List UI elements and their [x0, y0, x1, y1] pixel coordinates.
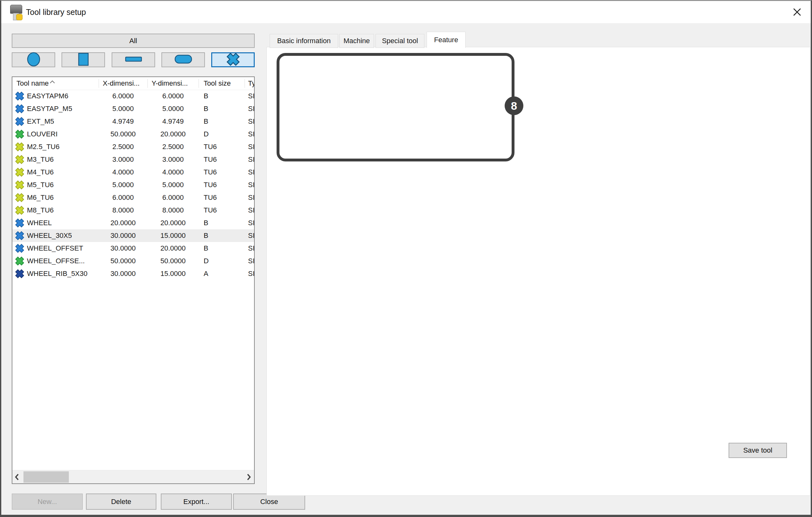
- cell-tool-size: B: [204, 242, 208, 255]
- cell-type: SI: [248, 115, 255, 128]
- filter-button-oval[interactable]: [162, 52, 205, 67]
- tool-x-icon: [15, 269, 24, 279]
- sort-ascending-icon: [49, 77, 56, 86]
- cell-tool-size: TU6: [204, 141, 217, 153]
- tool-x-icon: [15, 205, 24, 215]
- cell-y-dimension: 15.0000: [147, 267, 199, 280]
- cell-type: SI: [248, 141, 255, 153]
- column-header-2[interactable]: Y-dimensi...: [152, 77, 188, 90]
- table-row[interactable]: M5_TU65.00005.0000TU6SI: [12, 178, 254, 191]
- cell-tool-name: M2.5_TU6: [27, 141, 60, 153]
- tab-basic-information[interactable]: Basic information: [270, 34, 338, 48]
- table-row[interactable]: LOUVERI50.000020.0000DSI: [12, 128, 254, 141]
- x-icon: [226, 52, 240, 67]
- cell-x-dimension: 30.0000: [99, 229, 147, 242]
- circle-icon: [27, 52, 40, 68]
- close-button[interactable]: Close: [233, 493, 305, 510]
- table-row[interactable]: M2.5_TU62.50002.5000TU6SI: [12, 141, 254, 153]
- cell-x-dimension: 6.0000: [99, 191, 147, 204]
- table-row[interactable]: WHEEL_30X530.000015.0000BSI: [12, 229, 254, 242]
- scroll-left-button[interactable]: [12, 470, 22, 483]
- cell-x-dimension: 2.5000: [99, 141, 147, 153]
- cell-y-dimension: 20.0000: [147, 242, 199, 255]
- tool-library-icon: [9, 5, 23, 20]
- tool-x-icon: [15, 256, 24, 266]
- table-row[interactable]: EASYTAPM66.00006.0000BSI: [12, 90, 254, 103]
- table-row[interactable]: M8_TU68.00008.0000TU6SI: [12, 204, 254, 217]
- delete-button[interactable]: Delete: [86, 493, 156, 510]
- cell-tool-name: M4_TU6: [27, 166, 54, 178]
- table-row[interactable]: M4_TU64.00004.0000TU6SI: [12, 166, 254, 178]
- cell-y-dimension: 4.0000: [147, 166, 199, 178]
- cell-tool-name: EXT_M5: [27, 115, 54, 128]
- tab-machine[interactable]: Machine: [339, 34, 374, 48]
- table-row[interactable]: WHEEL_OFFSE...50.000050.0000DSI: [12, 255, 254, 267]
- cell-type: SI: [248, 217, 255, 229]
- cell-x-dimension: 50.0000: [99, 255, 147, 267]
- cell-y-dimension: 4.9749: [147, 115, 199, 128]
- cell-tool-name: WHEEL_OFFSET: [27, 242, 83, 255]
- tab-feature[interactable]: Feature: [427, 32, 466, 48]
- cell-x-dimension: 30.0000: [99, 267, 147, 280]
- tool-list[interactable]: Tool nameX-dimensi...Y-dimensi...Tool si…: [12, 77, 255, 484]
- cell-y-dimension: 6.0000: [147, 90, 199, 103]
- tool-x-icon: [15, 142, 24, 152]
- cell-tool-name: WHEEL_RIB_5X30: [27, 267, 88, 280]
- close-button[interactable]: [787, 3, 807, 21]
- tool-x-icon: [15, 104, 24, 114]
- cell-tool-name: M3_TU6: [27, 153, 54, 166]
- table-row[interactable]: EASYTAP_M55.00005.0000BSI: [12, 103, 254, 115]
- cell-tool-size: B: [204, 217, 208, 229]
- scrollbar-thumb[interactable]: [24, 471, 69, 483]
- tool-x-icon: [15, 117, 24, 126]
- table-row[interactable]: WHEEL20.000020.0000BSI: [12, 217, 254, 229]
- cell-tool-size: TU6: [204, 178, 217, 191]
- column-header-3[interactable]: Tool size: [204, 77, 231, 90]
- cell-tool-name: EASYTAPM6: [27, 90, 68, 103]
- cell-tool-size: B: [204, 103, 208, 115]
- title-bar: Tool library setup: [1, 1, 811, 23]
- horizontal-scrollbar[interactable]: [12, 470, 254, 483]
- filter-button-x[interactable]: [211, 52, 255, 67]
- cell-x-dimension: 3.0000: [99, 153, 147, 166]
- cell-tool-size: B: [204, 229, 208, 242]
- header-divider: [244, 79, 245, 88]
- cell-y-dimension: 20.0000: [147, 128, 199, 141]
- cell-tool-size: TU6: [204, 191, 217, 204]
- column-header-1[interactable]: X-dimensi...: [103, 77, 140, 90]
- tool-x-icon: [15, 231, 24, 240]
- filter-button-dash[interactable]: [112, 52, 155, 67]
- column-header-0[interactable]: Tool name: [17, 77, 49, 90]
- export-button[interactable]: Export...: [161, 493, 232, 510]
- cell-type: SI: [248, 242, 255, 255]
- scroll-right-button[interactable]: [244, 470, 254, 483]
- tool-x-icon: [15, 218, 24, 228]
- table-row[interactable]: M3_TU63.00003.0000TU6SI: [12, 153, 254, 166]
- table-row[interactable]: WHEEL_OFFSET30.000020.0000BSI: [12, 242, 254, 255]
- table-row[interactable]: EXT_M54.97494.9749BSI: [12, 115, 254, 128]
- chevron-right-icon: [245, 473, 253, 481]
- tool-x-icon: [15, 130, 24, 139]
- chevron-left-icon: [13, 473, 21, 481]
- annotation-step-badge: 8: [505, 96, 523, 115]
- cell-type: SI: [248, 90, 255, 103]
- column-header-4[interactable]: Ty: [248, 77, 255, 90]
- tool-x-icon: [15, 91, 24, 101]
- tool-x-icon: [15, 243, 24, 253]
- save-tool-button[interactable]: Save tool: [729, 443, 787, 458]
- tool-library-setup-dialog: Tool library setup All Tool nameX-dimens…: [0, 0, 812, 517]
- table-row[interactable]: WHEEL_RIB_5X3030.000015.0000ASI: [12, 267, 254, 280]
- cell-x-dimension: 50.0000: [99, 128, 147, 141]
- dash-icon: [125, 56, 142, 63]
- tab-special-tool[interactable]: Special tool: [376, 34, 425, 48]
- filter-button-square[interactable]: [61, 52, 105, 67]
- cell-tool-name: EASYTAP_M5: [27, 103, 72, 115]
- cell-y-dimension: 6.0000: [147, 191, 199, 204]
- filter-button-circle[interactable]: [12, 52, 55, 67]
- table-row[interactable]: M6_TU66.00006.0000TU6SI: [12, 191, 254, 204]
- cell-y-dimension: 5.0000: [147, 103, 199, 115]
- cell-y-dimension: 2.5000: [147, 141, 199, 153]
- filter-all-button[interactable]: All: [12, 34, 255, 48]
- cell-y-dimension: 5.0000: [147, 178, 199, 191]
- cell-x-dimension: 4.0000: [99, 166, 147, 178]
